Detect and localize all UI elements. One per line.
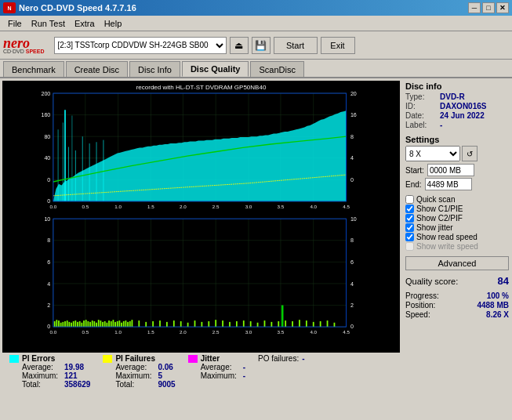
maximize-button[interactable]: □ xyxy=(482,2,495,13)
svg-text:200: 200 xyxy=(41,91,50,97)
settings-section: Settings 8 X ↺ Start: End: xyxy=(405,135,509,192)
menu-file[interactable]: File xyxy=(3,17,27,30)
pi-errors-avg-label: Average: xyxy=(22,363,61,371)
svg-rect-110 xyxy=(100,320,101,327)
svg-rect-127 xyxy=(145,322,147,327)
svg-text:4: 4 xyxy=(47,281,50,288)
svg-rect-114 xyxy=(108,320,110,327)
app-title: Nero CD-DVD Speed 4.7.7.16 xyxy=(19,3,136,13)
svg-text:3.0: 3.0 xyxy=(245,329,252,335)
disc-type-row: Type: DVD-R xyxy=(405,92,509,101)
speed-select[interactable]: 8 X xyxy=(405,146,460,161)
svg-text:0: 0 xyxy=(350,177,354,183)
menu-help[interactable]: Help xyxy=(100,17,127,30)
show-write-speed-label: Show write speed xyxy=(416,242,478,251)
disc-label-value: - xyxy=(440,121,442,129)
svg-rect-92 xyxy=(62,322,64,327)
svg-rect-98 xyxy=(74,320,76,327)
legend-area: PI Errors Average: 19.98 Maximum: 121 To… xyxy=(3,353,399,390)
show-c2pif-checkbox[interactable] xyxy=(405,214,414,223)
tab-disc-info[interactable]: Disc Info xyxy=(129,61,180,77)
svg-text:8: 8 xyxy=(350,237,354,244)
quick-scan-checkbox[interactable] xyxy=(405,195,414,204)
tab-disc-quality[interactable]: Disc Quality xyxy=(182,61,249,77)
svg-rect-148 xyxy=(292,321,293,327)
progress-label: Progress: xyxy=(405,291,439,300)
speed-row: Speed: 8.26 X xyxy=(405,310,509,319)
svg-text:2.5: 2.5 xyxy=(212,204,220,209)
eject-button[interactable]: ⏏ xyxy=(230,37,249,54)
svg-rect-49 xyxy=(53,219,347,327)
jitter-max-row: Maximum: - xyxy=(201,371,245,380)
menu-run-test[interactable]: Run Test xyxy=(27,17,70,30)
svg-text:3.5: 3.5 xyxy=(278,329,285,335)
svg-rect-91 xyxy=(60,323,62,327)
svg-text:4.0: 4.0 xyxy=(310,329,317,335)
speed-label: Speed: xyxy=(405,310,430,319)
nero-logo-block: nero CD·DVD SPEED xyxy=(3,36,45,54)
svg-rect-140 xyxy=(236,321,238,327)
svg-text:0.5: 0.5 xyxy=(82,329,89,335)
start-input[interactable] xyxy=(427,164,474,176)
svg-rect-149 xyxy=(299,320,300,327)
svg-rect-89 xyxy=(56,320,57,327)
svg-text:20: 20 xyxy=(350,91,357,97)
jitter-color-swatch xyxy=(188,355,198,363)
quality-score-value: 84 xyxy=(498,275,509,287)
checkboxes-section: Quick scan Show C1/PIE Show C2/PIF Show … xyxy=(405,195,509,252)
quick-scan-row: Quick scan xyxy=(405,195,509,204)
svg-text:8: 8 xyxy=(350,134,354,140)
svg-rect-88 xyxy=(54,321,56,327)
tab-create-disc[interactable]: Create Disc xyxy=(66,61,128,77)
quick-scan-label: Quick scan xyxy=(416,195,455,204)
svg-rect-142 xyxy=(250,321,252,327)
jitter-max-label: Maximum: xyxy=(201,371,240,380)
po-failures-row: PO failures: - xyxy=(258,354,305,363)
tab-scan-disc[interactable]: ScanDisc xyxy=(250,61,303,77)
menu-bar: File Run Test Extra Help xyxy=(0,16,512,31)
tab-benchmark[interactable]: Benchmark xyxy=(3,61,64,77)
jitter-stats: Jitter Average: - Maximum: - xyxy=(201,354,245,380)
svg-text:0: 0 xyxy=(47,177,50,183)
show-read-speed-row: Show read speed xyxy=(405,233,509,241)
disc-label-row: Label: - xyxy=(405,121,509,129)
title-bar-left: N Nero CD-DVD Speed 4.7.7.16 xyxy=(3,2,136,13)
svg-rect-94 xyxy=(67,320,68,327)
show-read-speed-checkbox[interactable] xyxy=(405,233,414,241)
exit-button[interactable]: Exit xyxy=(321,37,355,54)
refresh-speed-button[interactable]: ↺ xyxy=(462,146,478,161)
svg-rect-123 xyxy=(127,322,129,327)
svg-rect-155 xyxy=(281,305,284,327)
advanced-button[interactable]: Advanced xyxy=(405,256,509,270)
svg-rect-96 xyxy=(71,323,72,327)
svg-rect-108 xyxy=(96,323,97,327)
pi-failures-max-label: Maximum: xyxy=(115,371,154,380)
svg-rect-131 xyxy=(173,320,175,327)
close-button[interactable]: ✕ xyxy=(496,2,509,13)
show-jitter-row: Show jitter xyxy=(405,223,509,232)
po-failures-value: - xyxy=(302,354,304,363)
show-c1pie-checkbox[interactable] xyxy=(405,205,414,213)
pi-errors-color-swatch xyxy=(9,355,19,363)
svg-rect-107 xyxy=(93,321,95,327)
end-input[interactable] xyxy=(425,178,472,190)
save-button[interactable]: 💾 xyxy=(252,37,271,54)
pi-errors-max-value: 121 xyxy=(64,371,78,380)
svg-text:2: 2 xyxy=(350,302,354,309)
svg-rect-109 xyxy=(98,320,100,327)
minimize-button[interactable]: ─ xyxy=(468,2,481,13)
show-jitter-checkbox[interactable] xyxy=(405,223,414,232)
pi-errors-total-value: 358629 xyxy=(64,380,90,389)
tab-bar: Benchmark Create Disc Disc Info Disc Qua… xyxy=(0,60,512,78)
progress-row: Progress: 100 % xyxy=(405,291,509,300)
svg-text:4.5: 4.5 xyxy=(343,204,350,209)
drive-select[interactable]: [2:3] TSSTcorp CDDVDW SH-224GB SB00 xyxy=(54,37,227,54)
start-button[interactable]: Start xyxy=(274,37,318,54)
svg-text:1.5: 1.5 xyxy=(147,329,154,335)
main-area: recorded with HL-DT-ST DVDRAM GP50NB40 xyxy=(0,78,512,392)
pi-failures-total-value: 9005 xyxy=(158,380,175,389)
menu-extra[interactable]: Extra xyxy=(70,17,100,30)
quality-score-label: Quality score: xyxy=(405,277,458,286)
svg-rect-122 xyxy=(125,320,127,327)
svg-rect-97 xyxy=(73,321,74,327)
